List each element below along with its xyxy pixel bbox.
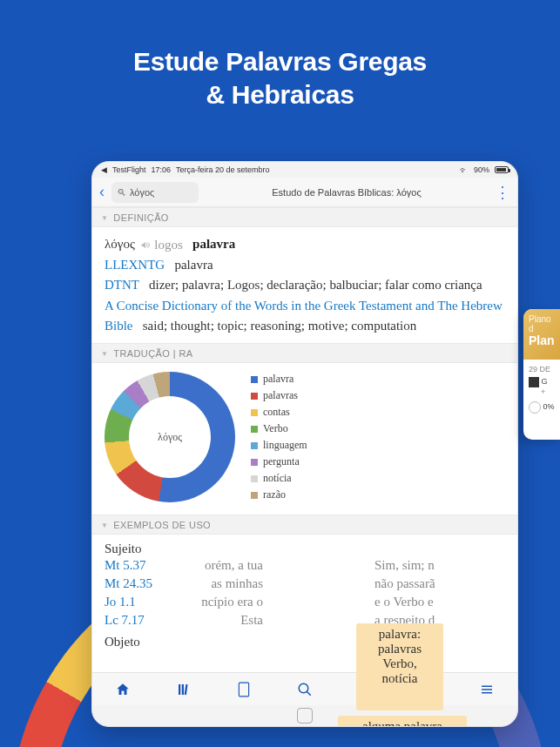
- status-bar: ◀ TestFlight 17:06 Terça-feira 20 de set…: [92, 162, 517, 178]
- example-row[interactable]: Mt 24.35as minhasnão passarã: [105, 575, 505, 593]
- examples-block: Sujeito Mt 5.37orém, a tuaSim, sim; nMt …: [92, 535, 517, 649]
- legend-item[interactable]: contas: [251, 406, 307, 419]
- meaning-text: said; thought; topic; reasoning; motive;…: [143, 319, 417, 333]
- legend-item[interactable]: pergunta: [251, 455, 307, 468]
- tab-home-icon[interactable]: [114, 681, 132, 698]
- svg-point-4: [299, 683, 308, 693]
- hero-title: Estude Palavras Gregas & Hebraicas: [0, 0, 560, 111]
- hero-line2: & Hebraicas: [206, 80, 354, 109]
- verse-ref[interactable]: Jo 1.1: [105, 595, 162, 609]
- highlight-column: palavra: palavras Verbo, notícia: [356, 623, 443, 710]
- verse-ref[interactable]: Mt 5.37: [105, 558, 162, 573]
- plan-card-body: 29 DE G + 0%: [523, 360, 560, 419]
- transliteration: logos: [154, 235, 183, 255]
- donut-chart[interactable]: λόγος: [105, 372, 235, 502]
- search-input[interactable]: 🔍︎ λόγος: [111, 182, 199, 203]
- role-subject: Sujeito: [105, 542, 505, 556]
- search-value: λόγος: [130, 187, 154, 198]
- gloss: palavra: [192, 237, 235, 251]
- nav-bar: ‹ 🔍︎ λόγος Estudo de Palavras Bíblicas: …: [92, 178, 517, 207]
- legend-item[interactable]: palavras: [251, 389, 307, 402]
- disclosure-icon: ▼: [101, 350, 108, 358]
- disclosure-icon: ▼: [101, 522, 108, 529]
- legend-item[interactable]: palavra: [251, 373, 307, 386]
- tablet-frame: ◀ TestFlight 17:06 Terça-feira 20 de set…: [91, 161, 518, 727]
- example-row[interactable]: Jo 1.1ncípio era oe o Verbo e: [105, 593, 505, 611]
- svg-rect-1: [181, 684, 183, 695]
- home-button[interactable]: [297, 708, 313, 723]
- svg-rect-2: [184, 683, 187, 694]
- translation-chart: λόγος palavrapalavrascontasVerbolinguage…: [92, 363, 517, 515]
- donut-center-label: λόγος: [105, 372, 235, 502]
- content-area: ▼ DEFINIÇÃO λόγος 🔊︎logos palavra LLEXNT…: [92, 207, 517, 672]
- example-row[interactable]: Lc 7.17Estaa respeito d: [105, 611, 505, 629]
- back-icon[interactable]: ‹: [99, 183, 105, 201]
- svg-rect-0: [179, 684, 180, 695]
- plan-card-header: Plano d Plan: [523, 309, 560, 360]
- status-date: Terça-feira 20 de setembro: [176, 165, 270, 174]
- search-icon: 🔍︎: [117, 187, 126, 198]
- status-testflight[interactable]: TestFlight: [112, 165, 146, 174]
- tab-bible-icon[interactable]: [235, 681, 253, 698]
- role-object: Objeto: [105, 635, 505, 649]
- legend-item[interactable]: Verbo: [251, 422, 307, 435]
- svg-line-5: [307, 691, 311, 696]
- section-header-translation[interactable]: ▼ TRADUÇÃO | RA: [92, 343, 517, 363]
- nav-title: Estudo de Palavras Bíblicas: λόγος: [206, 187, 488, 198]
- meaning-text: palavra: [174, 258, 213, 272]
- definition-block: λόγος 🔊︎logos palavra LLEXNTG palavra DT…: [92, 227, 517, 343]
- example-row[interactable]: Mt 5.37orém, a tuaSim, sim; n: [105, 556, 505, 575]
- section-header-definition[interactable]: ▼ DEFINIÇÃO: [92, 207, 517, 227]
- progress-ring-icon: [529, 401, 541, 414]
- greek-lemma: λόγος: [105, 237, 135, 251]
- tab-bar: [92, 672, 517, 705]
- legend-item[interactable]: linguagem: [251, 439, 307, 452]
- chart-legend: palavrapalavrascontasVerbolinguagempergu…: [251, 373, 307, 501]
- tab-search-icon[interactable]: [296, 681, 314, 698]
- verse-ref[interactable]: Lc 7.17: [105, 613, 162, 628]
- hero-line1: Estude Palavras Gregas: [133, 47, 427, 76]
- tab-menu-icon[interactable]: [478, 681, 496, 698]
- book-icon: [529, 377, 539, 387]
- wifi-icon: ᯤ: [460, 165, 469, 175]
- section-header-examples[interactable]: ▼ EXEMPLOS DE USO: [92, 515, 517, 535]
- speaker-icon[interactable]: 🔊︎: [141, 238, 151, 252]
- legend-item[interactable]: razão: [251, 488, 307, 501]
- source-link[interactable]: DTNT: [105, 278, 139, 292]
- source-link[interactable]: LLEXNTG: [105, 258, 165, 272]
- status-battery: 90%: [474, 165, 489, 174]
- status-time: 17:06: [152, 165, 172, 174]
- meaning-text: dizer; palavra; Logos; declaração; balbu…: [149, 278, 482, 292]
- svg-rect-3: [240, 683, 249, 697]
- battery-icon: [495, 166, 509, 173]
- side-reading-plan-card[interactable]: Plano d Plan 29 DE G + 0%: [523, 309, 560, 440]
- tab-library-icon[interactable]: [175, 681, 192, 698]
- legend-item[interactable]: notícia: [251, 472, 307, 485]
- verse-ref[interactable]: Mt 24.35: [105, 576, 162, 591]
- disclosure-icon: ▼: [101, 214, 108, 222]
- highlight-object: alguma palavra: [338, 716, 467, 727]
